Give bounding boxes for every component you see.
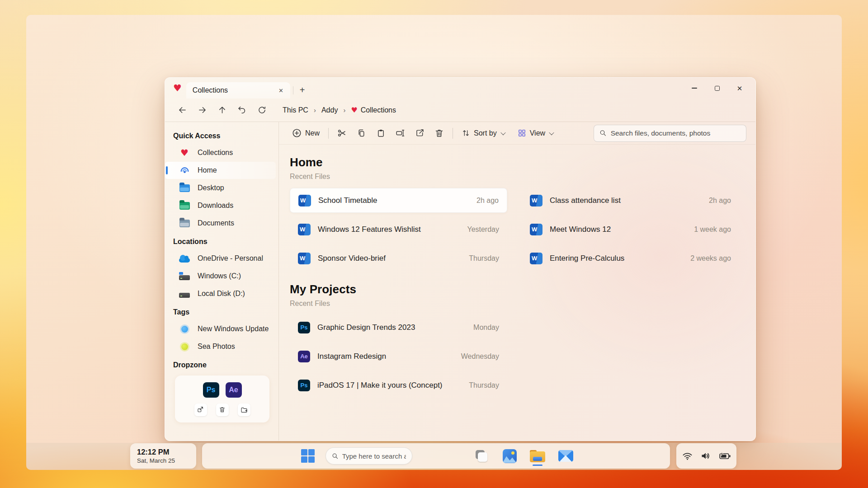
breadcrumb-addy[interactable]: Addy <box>321 105 339 115</box>
sidebar-item-local-disk-d[interactable]: Local Disk (D:) <box>165 285 276 302</box>
file-row-entering-pre-calculus[interactable]: W Entering Pre-Calculus 2 weeks ago <box>522 246 739 271</box>
chevron-down-icon <box>500 130 505 135</box>
section-subtitle: Recent Files <box>290 300 739 308</box>
delete-icon <box>434 128 444 138</box>
delete-button[interactable] <box>430 125 448 142</box>
sidebar-item-collections[interactable]: ♥ Collections <box>165 144 276 161</box>
rename-icon <box>396 128 405 138</box>
file-grid: Ps Graphic Design Trends 2023 Monday Ae … <box>290 315 739 398</box>
ps-file-icon: Ps <box>298 380 310 391</box>
task-view-button[interactable] <box>472 446 491 466</box>
taskbar-clock-widget[interactable]: 12:12 PM Sat, March 25 <box>130 443 196 469</box>
photos-app-button[interactable] <box>500 446 519 466</box>
taskbar-search-input[interactable] <box>342 452 406 460</box>
mail-app-button[interactable] <box>557 446 575 466</box>
breadcrumb-collections[interactable]: ♥Collections <box>350 105 397 115</box>
sidebar-item-home[interactable]: Home <box>165 162 276 179</box>
paste-button[interactable] <box>372 125 390 142</box>
sidebar-item-desktop[interactable]: Desktop <box>165 179 276 197</box>
new-button[interactable]: New <box>288 125 324 142</box>
cut-button[interactable] <box>333 125 351 142</box>
close-button[interactable]: ✕ <box>736 85 743 91</box>
dropzone-delete-button[interactable] <box>216 404 229 416</box>
share-button[interactable] <box>411 125 429 142</box>
search-icon <box>599 129 607 137</box>
dropzone-card[interactable]: PsAe <box>175 375 269 422</box>
view-button[interactable]: View <box>514 125 557 142</box>
battery-charging-icon <box>719 451 731 461</box>
file-row-school-timetable[interactable]: W School Timetable 2h ago <box>290 188 507 213</box>
tab-divider <box>293 86 293 94</box>
word-file-icon: W <box>298 195 311 206</box>
sidebar-item-documents[interactable]: Documents <box>165 215 276 232</box>
start-button[interactable] <box>301 449 315 463</box>
sidebar-item-windows-c[interactable]: Windows (C:) <box>165 267 276 285</box>
breadcrumb-this-pc[interactable]: This PC <box>282 105 309 115</box>
tab-close-icon[interactable]: ✕ <box>276 86 286 95</box>
onedrive-cloud-icon <box>179 258 190 263</box>
file-row-class-attendance-list[interactable]: W Class attendance list 2h ago <box>522 188 739 213</box>
file-row-instagram-redesign[interactable]: Ae Instagram Redesign Wednesday <box>290 344 507 369</box>
nav-forward-button[interactable] <box>194 102 210 118</box>
file-row-windows-12-features-wishlist[interactable]: W Windows 12 Features Wishlist Yesterday <box>290 217 507 242</box>
sidebar-item-sea-photos[interactable]: Sea Photos <box>165 338 276 355</box>
file-explorer-button[interactable] <box>528 446 547 466</box>
copy-button[interactable] <box>353 125 370 142</box>
maximize-button[interactable] <box>714 85 720 91</box>
home-icon <box>179 165 190 176</box>
file-row-graphic-design-trends-2023[interactable]: Ps Graphic Design Trends 2023 Monday <box>290 315 507 340</box>
toolbar-divider <box>328 128 329 139</box>
task-view-icon <box>475 449 488 463</box>
copy-icon <box>357 128 366 138</box>
titlebar[interactable]: ♥ Collections ✕ + ✕ <box>165 78 755 99</box>
sort-by-label: Sort by <box>474 129 497 137</box>
collections-heart-logo-icon: ♥ <box>173 83 182 94</box>
explorer-search-input[interactable] <box>611 129 741 137</box>
minimize-button[interactable] <box>691 85 698 91</box>
undo-icon <box>237 105 247 115</box>
navigation-bar: This PC›Addy›♥Collections <box>165 99 755 122</box>
forward-icon <box>198 105 207 115</box>
new-tab-button[interactable]: + <box>296 85 309 95</box>
taskbar-app-icons <box>472 443 575 469</box>
nav-back-button[interactable] <box>174 102 190 118</box>
sidebar-heading-quick-access: Quick Access <box>165 127 278 144</box>
sidebar-item-downloads[interactable]: Downloads <box>165 197 276 214</box>
file-row-ipados-17-make-it-yours-concept[interactable]: Ps iPadOS 17 | Make it yours (Concept) T… <box>290 373 507 398</box>
system-tray[interactable] <box>676 443 736 469</box>
word-file-icon: W <box>298 224 311 235</box>
rename-button[interactable] <box>392 125 409 142</box>
dropzone-ps-app-icon[interactable]: Ps <box>203 382 219 398</box>
tab-title: Collections <box>193 86 276 94</box>
nav-up-button[interactable] <box>214 102 230 118</box>
taskbar-search-box[interactable] <box>326 447 412 465</box>
volume-icon <box>700 450 711 461</box>
file-row-meet-windows-12[interactable]: W Meet Windows 12 1 week ago <box>522 217 739 242</box>
sidebar-item-onedrive-personal[interactable]: OneDrive - Personal <box>165 250 276 267</box>
dropzone-add-folder-button[interactable] <box>238 404 250 416</box>
file-row-sponsor-video-brief[interactable]: W Sponsor Video-brief Thursday <box>290 246 507 271</box>
folder-icon <box>179 220 190 227</box>
drive-icon <box>179 293 190 298</box>
section-subtitle: Recent Files <box>290 173 739 181</box>
word-file-icon: W <box>530 224 542 235</box>
dropzone-ae-app-icon[interactable]: Ae <box>226 382 242 398</box>
collections-window: ♥ Collections ✕ + ✕ This PC›Addy›♥Collec… <box>165 77 756 441</box>
system-drive-icon <box>179 275 190 280</box>
trash-icon <box>219 406 226 413</box>
sidebar-item-new-windows-update[interactable]: New Windows Update <box>165 320 276 338</box>
heart-icon: ♥ <box>351 106 357 114</box>
nav-refresh-button[interactable] <box>254 102 270 118</box>
breadcrumb-separator: › <box>343 106 345 114</box>
share-icon <box>415 128 425 138</box>
clock-time: 12:12 PM <box>137 448 196 456</box>
dropzone-open-external-button[interactable] <box>194 404 207 416</box>
clock-date: Sat, March 25 <box>137 457 196 464</box>
nav-undo-button[interactable] <box>234 102 250 118</box>
sort-by-button[interactable]: Sort by <box>458 125 509 142</box>
tab-collections[interactable]: Collections ✕ <box>186 82 290 99</box>
section-title-home: Home <box>290 155 739 169</box>
up-icon <box>217 105 227 115</box>
sidebar-heading-locations: Locations <box>165 232 278 249</box>
explorer-search-box[interactable] <box>594 125 746 142</box>
